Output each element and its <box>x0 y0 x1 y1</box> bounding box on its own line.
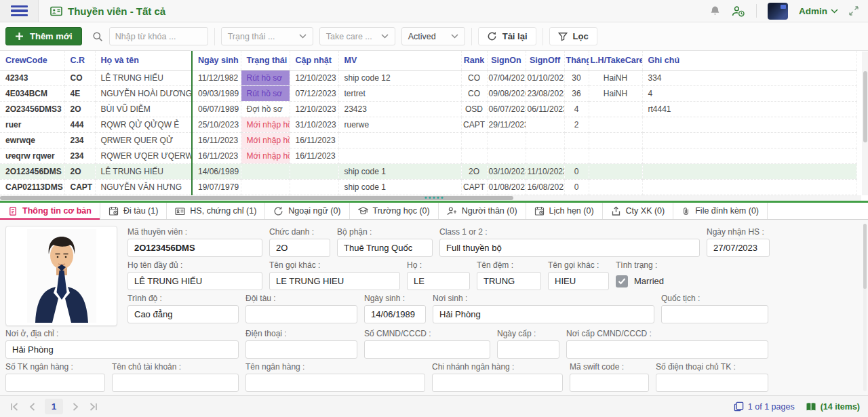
column-header-mv[interactable]: MV <box>338 51 461 70</box>
cell-months <box>564 148 589 163</box>
table-row[interactable]: ewrwqe234QRWER QUER QỬ16/11/2023Mới nhập… <box>0 132 856 148</box>
column-header-updated[interactable]: Cập nhật <box>290 51 338 70</box>
input-dien-thoai[interactable] <box>245 340 357 359</box>
input-chi-nhanh-ngan-hang[interactable] <box>432 374 563 392</box>
filter-button[interactable]: Lọc <box>549 27 597 45</box>
column-header-status[interactable]: Trạng thái <box>241 51 290 70</box>
table-row[interactable]: 2O123456DMS2OLÊ TRUNG HIẾU14/06/1989ship… <box>0 163 856 179</box>
current-page-button[interactable]: 1 <box>45 399 63 414</box>
tab-label: HS, chứng chỉ (1) <box>190 206 256 216</box>
input-so-dien-thoai-chu-tk[interactable] <box>656 374 768 392</box>
tab-nguoi-than[interactable]: Người thân (0) <box>439 203 526 219</box>
input-quoc-tich[interactable] <box>661 305 768 323</box>
column-header-signOn[interactable]: SignOn <box>487 51 526 70</box>
input-ten-goi-khac-1[interactable]: LE TRUNG HIEU <box>269 272 400 290</box>
vertical-scrollbar-thumb[interactable] <box>863 71 867 142</box>
vertical-scrollbar[interactable] <box>862 52 868 195</box>
user-menu[interactable]: Admin <box>799 6 838 16</box>
input-ngay-sinh[interactable]: 14/06/1989 <box>364 305 426 323</box>
tab-thong-tin-co-ban[interactable]: Thông tin cơ bản <box>0 203 100 219</box>
input-so-cmnd-cccd[interactable] <box>364 340 490 359</box>
divider <box>756 4 757 18</box>
input-noi-cap-cmnd-cccd[interactable] <box>566 340 768 359</box>
tab-lich-hen[interactable]: Lịch hẹn (0) <box>526 203 603 219</box>
tab-file-dinh-kem[interactable]: File đính kèm (0) <box>673 203 768 219</box>
next-page-button[interactable] <box>69 401 81 413</box>
tab-label: Người thân (0) <box>462 206 517 216</box>
column-header-crewCode[interactable]: CrewCode <box>0 51 64 70</box>
splitter-handle[interactable] <box>425 197 443 199</box>
input-noi-o-dia-chi[interactable]: Hải Phòng <box>5 340 239 359</box>
input-trinh-do[interactable]: Cao đẳng <box>127 305 239 323</box>
tab-ngoai-ngu[interactable]: Ngoại ngữ (0) <box>265 203 349 219</box>
hamburger-menu-icon[interactable] <box>0 0 39 22</box>
cell-mv: ship code 12 <box>338 70 461 85</box>
table-row[interactable]: ruer444RQWR QỬ QỬQW Ẻ25/10/2023Mới nhập … <box>0 117 856 132</box>
cell-name: NGUYỄN VĂN HƯNG <box>95 179 192 195</box>
form-scrollbar-thumb[interactable] <box>863 224 867 289</box>
column-header-months[interactable]: Tháng <box>564 51 589 70</box>
input-chuc-danh[interactable]: 2O <box>269 239 330 257</box>
chevron-down-icon <box>831 9 838 14</box>
first-page-button[interactable] <box>8 401 20 413</box>
previous-page-button[interactable] <box>26 401 39 413</box>
table-row[interactable]: ưeqrw rqwer234RQWER ƯQER ƯQERWE16/11/202… <box>0 148 856 163</box>
cell-crewCode: ruer <box>0 117 64 132</box>
tab-hs-chung-chi[interactable]: HS, chứng chỉ (1) <box>167 203 265 219</box>
search-input[interactable] <box>109 27 208 45</box>
cell-crewCode: ưeqrw rqwer <box>0 148 64 163</box>
column-header-dob[interactable]: Ngày sinh <box>192 51 241 70</box>
input-ten-ngan-hang[interactable] <box>245 374 425 392</box>
form-scrollbar[interactable] <box>863 224 867 391</box>
takecare-filter-value: Take care ... <box>326 32 372 41</box>
user-avatar[interactable] <box>768 3 788 20</box>
input-bo-phan[interactable]: Thuê Trung Quốc <box>337 239 433 257</box>
cell-updated: 12/10/2023 <box>290 101 338 117</box>
field-label-trinh-do: Trình độ : <box>127 294 239 303</box>
input-ten-dem[interactable]: TRUNG <box>477 272 541 290</box>
tinh-trang-checkbox[interactable]: Married <box>616 272 664 290</box>
cell-rank: CAPT <box>461 179 487 195</box>
input-ngay-cap[interactable] <box>497 340 559 359</box>
actived-filter-dropdown[interactable]: Actived <box>401 27 465 45</box>
input-ho[interactable]: LE <box>407 272 470 290</box>
user-clock-icon[interactable] <box>732 5 745 17</box>
input-ten-goi-khac-2[interactable]: HIEU <box>548 272 609 290</box>
bell-icon[interactable] <box>709 5 721 17</box>
reload-button[interactable]: Tải lại <box>478 27 536 45</box>
column-header-takeCare[interactable]: L.H/TakeCare <box>589 51 642 70</box>
table-row[interactable]: CAP02113DMSCAPTNGUYỄN VĂN HƯNG19/07/1979… <box>0 179 856 195</box>
status-filter-dropdown[interactable]: Trạng thái ... <box>221 27 313 45</box>
input-ngay-nhan-hs[interactable]: 27/07/2023 <box>707 239 770 257</box>
input-ma-swift-code[interactable] <box>570 374 649 392</box>
input-noi-sinh[interactable]: Hải Phòng <box>433 305 654 323</box>
tab-truong-hoc[interactable]: Trường học (0) <box>350 203 439 219</box>
column-header-signOff[interactable]: SignOff <box>526 51 564 70</box>
input-so-tk-ngan-hang[interactable] <box>5 374 105 392</box>
table-row[interactable]: 2O23456DMS32OBÙI VŨ DIỄM06/07/1989Đợi hồ… <box>0 101 856 117</box>
tab-di-tau[interactable]: Đi tàu (1) <box>100 203 167 219</box>
table-row[interactable]: 4E034BCM4ENGUYỄN HOÀI DƯƠNG09/03/1989Rút… <box>0 85 856 101</box>
cell-months: 2 <box>564 117 589 132</box>
input-ten-chu-tai-khoan[interactable] <box>112 374 239 392</box>
table-row[interactable]: 42343COLÊ TRUNG HIẾU11/12/1982Rút hồ sơ1… <box>0 70 856 85</box>
form-field-ngay-sinh: Ngày sinh :14/06/1989 <box>364 294 426 323</box>
input-doi-tau[interactable] <box>245 305 357 323</box>
column-header-cr[interactable]: C.R <box>64 51 95 70</box>
cell-rank: CO <box>461 70 487 85</box>
crew-photo[interactable] <box>5 226 117 326</box>
input-crew-code[interactable]: 2O123456DMS <box>127 239 262 257</box>
takecare-filter-dropdown[interactable]: Take care ... <box>319 27 395 45</box>
last-page-button[interactable] <box>87 401 100 413</box>
column-header-name[interactable]: Họ và tên <box>95 51 192 70</box>
form-field-chi-nhanh-ngan-hang: Chi nhánh ngân hàng : <box>432 362 563 392</box>
column-header-rank[interactable]: Rank <box>461 51 487 70</box>
input-class-1-or-2[interactable]: Full thuyền bộ <box>439 239 700 257</box>
input-ho-ten-day-du[interactable]: LÊ TRUNG HIẾU <box>127 272 262 290</box>
expand-icon[interactable] <box>849 6 859 16</box>
form-field-ngay-cap: Ngày cấp : <box>497 329 559 359</box>
cell-months: 4 <box>564 101 589 117</box>
tab-cty-xk[interactable]: Cty XK (0) <box>603 203 674 219</box>
column-header-note[interactable]: Ghi chú <box>642 51 856 70</box>
add-new-button[interactable]: Thêm mới <box>5 27 82 45</box>
